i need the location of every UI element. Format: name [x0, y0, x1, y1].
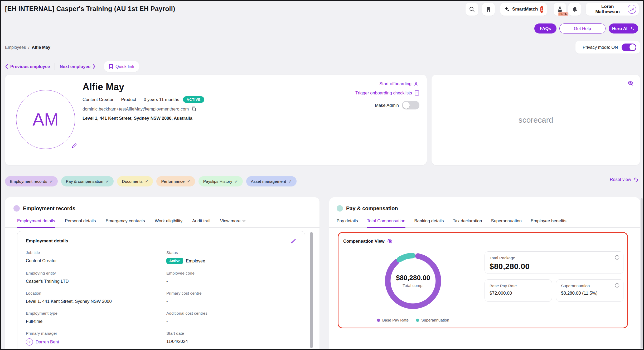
bookmark-icon: [109, 64, 113, 69]
divider: [140, 97, 140, 103]
faqs-button[interactable]: FAQs: [534, 23, 556, 33]
pill-payslips-history[interactable]: Payslips History✓: [198, 176, 243, 186]
notifications-button[interactable]: [568, 3, 581, 16]
tab-work-eligibility[interactable]: Work eligibility: [155, 218, 182, 227]
field-employing-entity: Employing entity Casper's Training LTD: [26, 271, 156, 284]
employee-nav-row: Previous employee Next employee Quick li…: [5, 61, 139, 72]
tab-superannuation[interactable]: Superannuation: [491, 218, 522, 227]
field-status: Status ActiveEmployee: [166, 250, 296, 264]
start-offboarding-label: Start offboarding: [379, 81, 411, 86]
trigger-onboarding-button[interactable]: Trigger onboarding checklists: [355, 90, 419, 96]
reset-view-button[interactable]: Reset view: [610, 177, 638, 182]
pay-compensation-card: Pay & compensation Pay details Total Com…: [329, 197, 640, 349]
employment-records-title: Employment records: [23, 205, 75, 212]
scorecard-panel: scorecard: [432, 75, 640, 165]
privacy-mode-pill: Privacy mode: ON: [575, 41, 640, 54]
beta-chip: BETA: [558, 12, 568, 16]
compensation-view-highlight: Compensation View $80,280.00 Total comp.: [338, 232, 628, 328]
company-switcher-button[interactable]: [482, 3, 495, 16]
field-location: Location Level 1, 441 Kent Street, Sydne…: [26, 291, 156, 304]
pill-documents[interactable]: Documents✓: [117, 176, 153, 186]
pill-pay-compensation[interactable]: Pay & compensation✓: [61, 176, 114, 186]
employee-email: dominic.beckham+testAlfieMay@employmenth…: [83, 107, 189, 112]
tab-pay-details[interactable]: Pay details: [337, 218, 358, 227]
building-icon: [485, 6, 492, 12]
chevron-down-icon: [242, 220, 246, 222]
pill-asset-management[interactable]: Asset management✓: [246, 176, 297, 186]
employee-address: Level 1, 441 Kent Street, Sydney NSW 200…: [83, 116, 192, 121]
tab-total-compensation[interactable]: Total Compensation: [367, 218, 405, 227]
sparkle-icon: [630, 26, 635, 31]
check-icon: ✓: [288, 179, 292, 184]
pill-employment-records[interactable]: Employment records✓: [5, 176, 58, 186]
edit-employment-details-button[interactable]: [290, 238, 296, 244]
smartmatch-badge: 1: [540, 6, 543, 13]
pay-compensation-title: Pay & compensation: [346, 205, 398, 212]
smartmatch-label: SmartMatch: [512, 7, 538, 12]
bell-icon: [572, 6, 578, 12]
base-pay-rate-card: Base Pay Rate $72,000.00: [485, 279, 552, 302]
info-icon[interactable]: [615, 255, 619, 260]
sparkle-icon: [504, 6, 510, 12]
info-icon[interactable]: [615, 283, 619, 288]
legend-dot: [416, 319, 419, 322]
copy-icon[interactable]: [191, 106, 196, 112]
pill-performance[interactable]: Performance✓: [156, 176, 195, 186]
section-dot: [337, 205, 343, 212]
donut-total-label: Total comp.: [403, 283, 423, 288]
next-employee-label: Next employee: [60, 64, 90, 69]
field-employment-type: Employment type Full-time: [26, 311, 156, 324]
get-help-button[interactable]: Get Help: [559, 23, 606, 33]
compensation-view-title: Compensation View: [343, 239, 384, 244]
check-icon: ✓: [50, 179, 53, 184]
tab-view-more[interactable]: View more: [220, 218, 246, 227]
hide-scorecard-button[interactable]: [627, 80, 634, 86]
employment-card-scrollbar[interactable]: [310, 232, 313, 348]
breadcrumb-current: Alfie May: [32, 45, 50, 50]
next-employee-button[interactable]: Next employee: [60, 64, 95, 69]
make-admin-label: Make Admin: [375, 103, 399, 108]
edit-avatar-button[interactable]: [71, 143, 77, 148]
make-admin-toggle[interactable]: [402, 101, 419, 109]
donut-total-value: $80,280.00: [396, 274, 430, 282]
privacy-mode-toggle[interactable]: [622, 44, 636, 51]
pencil-icon: [71, 143, 77, 148]
tab-employee-benefits[interactable]: Employee benefits: [531, 218, 566, 227]
tab-employment-details[interactable]: Employment details: [17, 218, 55, 227]
search-button[interactable]: [466, 3, 478, 16]
donut-legend: Base Pay Rate Superannuation: [338, 318, 488, 322]
employee-avatar: AM: [16, 90, 75, 149]
hide-compensation-button[interactable]: [387, 238, 393, 244]
legend-superannuation: Superannuation: [416, 318, 449, 322]
manager-link[interactable]: Darren Bent: [36, 339, 59, 344]
check-icon: ✓: [187, 179, 190, 184]
trigger-onboarding-label: Trigger onboarding checklists: [355, 90, 412, 95]
employment-records-card: Employment records Employment details Pe…: [5, 197, 319, 349]
previous-employee-button[interactable]: Previous employee: [5, 64, 50, 69]
quick-nav-pills: Employment records✓ Pay & compensation✓ …: [5, 176, 297, 186]
user-menu-button[interactable]: Loren Mathewson LM: [586, 3, 639, 16]
hero-ai-button[interactable]: Hero AI: [609, 23, 638, 33]
beta-labs-button[interactable]: BETA: [554, 3, 566, 16]
breadcrumb: Employees / Alfie May: [5, 45, 50, 50]
previous-employee-label: Previous employee: [10, 64, 50, 69]
smartmatch-button[interactable]: SmartMatch 1: [500, 3, 547, 16]
section-dot: [13, 205, 20, 212]
tab-banking-details[interactable]: Banking details: [414, 218, 444, 227]
pencil-icon: [290, 238, 296, 244]
employment-fields-grid: Job title Content Creator Status ActiveE…: [26, 250, 296, 349]
tab-audit-trail[interactable]: Audit trail: [192, 218, 210, 227]
flask-icon: [557, 6, 563, 12]
toggle-knob: [403, 102, 410, 109]
tab-emergency-contacts[interactable]: Emergency contacts: [105, 218, 145, 227]
employee-email-row: dominic.beckham+testAlfieMay@employmenth…: [83, 106, 196, 112]
tab-tax-declaration[interactable]: Tax declaration: [453, 218, 482, 227]
pay-compensation-tabs: Pay details Total Compensation Banking d…: [329, 218, 640, 228]
page-scrollbar[interactable]: [641, 198, 643, 348]
tab-personal-details[interactable]: Personal details: [65, 218, 96, 227]
pay-compensation-header: Pay & compensation: [337, 205, 398, 212]
start-offboarding-button[interactable]: Start offboarding: [379, 81, 419, 87]
employment-details-title: Employment details: [26, 238, 68, 244]
quick-link-button[interactable]: Quick link: [104, 61, 140, 72]
breadcrumb-root[interactable]: Employees: [5, 45, 26, 50]
